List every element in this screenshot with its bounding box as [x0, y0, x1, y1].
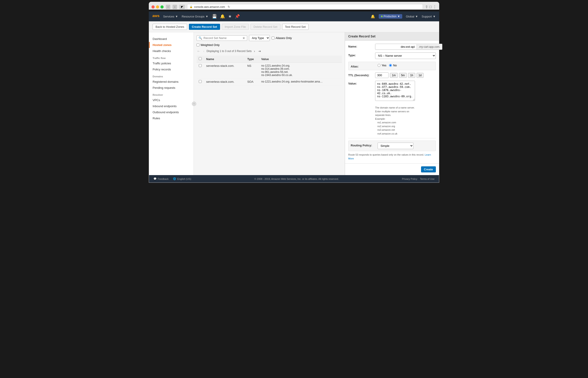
sidebar-item-inbound-endpoints[interactable]: Inbound endpoints — [149, 103, 194, 109]
weighted-only-checkbox[interactable]: Weighted Only — [196, 43, 220, 47]
notification-icon[interactable]: 🔔 — [371, 14, 375, 19]
new-tab-button[interactable]: □ — [429, 5, 431, 9]
row-type-2: SOA — [245, 79, 259, 85]
prev-page-button[interactable]: ‹ — [202, 49, 205, 53]
search-input[interactable] — [203, 36, 241, 40]
sidebar-collapse-button[interactable]: ‹ — [192, 102, 196, 106]
last-page-button[interactable]: ⇥ — [257, 49, 262, 53]
star-icon[interactable]: ★ — [228, 14, 232, 19]
filter-bar: 🔍 ✕ Any Type Aliases Only — [196, 35, 342, 41]
records-table: Name Type Value serverless-stack.com. NS — [196, 56, 342, 85]
environment-selector[interactable]: Production ▼ — [379, 14, 402, 19]
aliases-only-input[interactable] — [272, 37, 274, 40]
weighted-only-input[interactable] — [196, 43, 199, 46]
maximize-button[interactable] — [160, 5, 164, 9]
aws-nav: aws Services ▼ Resource Groups ▼ 💾 🔔 ★ 📌… — [149, 12, 439, 21]
alias-yes-radio[interactable] — [378, 64, 380, 67]
feedback-button[interactable]: 💬 Feedback — [154, 177, 169, 180]
url-text: console.aws.amazon.com — [194, 5, 225, 9]
type-filter-select[interactable]: Any Type — [249, 35, 270, 41]
sidebar-item-registered-domains[interactable]: Registered domains — [149, 79, 194, 85]
name-input[interactable] — [375, 44, 417, 50]
ttl-5m-button[interactable]: 5m — [399, 73, 407, 78]
back-to-hosted-zones-button[interactable]: Back to Hosted Zones — [153, 24, 187, 30]
services-menu[interactable]: Services ▼ — [163, 15, 178, 18]
menu-button[interactable]: ⋮ — [433, 5, 436, 9]
value-hint: The domain name of a name server. Enter … — [375, 106, 415, 135]
share-button[interactable]: ⇧ — [425, 5, 428, 9]
search-icon: 🔍 — [198, 36, 202, 40]
row-value-2: ns-1221.awsdns-24.org. awsdns-hostmaster… — [259, 79, 342, 85]
sidebar-item-hosted-zones[interactable]: Hosted zones — [149, 42, 194, 48]
forward-nav-button[interactable]: › — [172, 5, 177, 9]
aliases-only-checkbox[interactable]: Aliases Only — [272, 36, 292, 40]
row-checkbox-2[interactable] — [199, 80, 202, 83]
minimize-button[interactable] — [156, 5, 159, 9]
ttl-1h-button[interactable]: 1h — [408, 73, 415, 78]
value-textarea[interactable]: ns-849.awsdns-42.net. ns-477.awsdns-59.c… — [375, 81, 415, 101]
resource-groups-menu[interactable]: Resource Groups ▼ — [182, 15, 209, 18]
sidebar-item-outbound-endpoints[interactable]: Outbound endpoints — [149, 109, 194, 115]
ttl-field-row: TTL (Seconds): 1m 5m 1h 1d — [348, 72, 436, 78]
create-record-set-panel: Create Record Set Name: .my-cart-app.com… — [345, 32, 439, 175]
env-status-dot — [381, 15, 383, 17]
next-page-button[interactable]: › — [253, 49, 256, 53]
create-record-set-button[interactable]: Create Record Set — [189, 24, 220, 30]
terms-link[interactable]: Terms of Use — [420, 177, 434, 180]
global-menu[interactable]: Global ▼ — [406, 15, 418, 18]
support-menu[interactable]: Support ▼ — [422, 15, 436, 18]
alias-options: Yes No — [378, 64, 433, 67]
sidebar-item-rules[interactable]: Rules — [149, 115, 194, 121]
alias-no-radio[interactable] — [389, 64, 392, 67]
col-type: Type — [245, 56, 259, 63]
bell-icon[interactable]: 🔔 — [220, 14, 225, 19]
row-checkbox-1[interactable] — [199, 64, 202, 67]
table-row[interactable]: serverless-stack.com. SOA ns-1221.awsdns… — [196, 79, 342, 85]
pagination-text: Displaying 1 to 3 out of 3 Record Sets — [207, 50, 252, 53]
sidebar-item-traffic-policies[interactable]: Traffic policies — [149, 60, 194, 66]
row-value-1: ns-1221.awsdns-24.org. ns-314.awsdns-39.… — [259, 63, 342, 79]
table-row[interactable]: serverless-stack.com. NS ns-1221.awsdns-… — [196, 63, 342, 79]
search-box[interactable]: 🔍 ✕ — [196, 35, 247, 41]
first-page-button[interactable]: ⇤ — [196, 49, 201, 53]
language-selector[interactable]: 🌐 English (US) — [173, 177, 191, 180]
name-field-row: Name: .my-cart-app.com. — [348, 44, 436, 50]
type-dropdown[interactable]: NS – Name server — [375, 53, 436, 59]
value-label: Value: — [348, 81, 373, 102]
routing-select-container: Simple — [378, 143, 433, 149]
privacy-link[interactable]: Privacy Policy — [402, 177, 417, 180]
value-field-row: Value: ns-849.awsdns-42.net. ns-477.awsd… — [348, 81, 436, 135]
name-suffix: .my-cart-app.com. — [417, 44, 442, 50]
routing-select[interactable]: Simple — [378, 143, 413, 149]
select-all-checkbox[interactable] — [199, 57, 202, 60]
reload-button[interactable]: ↻ — [228, 5, 230, 9]
test-record-set-button[interactable]: Test Record Set — [282, 24, 309, 30]
sidebar-section-traffic: Traffic flow — [149, 54, 194, 60]
pin-icon[interactable]: 📌 — [235, 14, 240, 19]
tab-view-button[interactable]: ◤ — [179, 5, 185, 9]
ttl-1m-button[interactable]: 1m — [390, 73, 398, 78]
name-input-container: .my-cart-app.com. — [375, 44, 442, 50]
page-footer: 💬 Feedback 🌐 English (US) © 2008 - 2019,… — [149, 175, 439, 183]
alias-yes-option[interactable]: Yes — [378, 64, 386, 67]
divider — [348, 138, 436, 138]
ttl-input[interactable] — [375, 72, 389, 78]
ttl-1d-button[interactable]: 1d — [417, 73, 423, 78]
routing-field-row: Routing Policy: Simple — [348, 141, 436, 151]
value-input-container: ns-849.awsdns-42.net. ns-477.awsdns-59.c… — [375, 81, 415, 102]
create-button[interactable]: Create — [421, 166, 436, 172]
search-clear-icon[interactable]: ✕ — [242, 36, 245, 40]
sidebar-item-pending-requests[interactable]: Pending requests — [149, 85, 194, 91]
alias-no-option[interactable]: No — [389, 64, 397, 67]
sidebar-item-vpcs[interactable]: VPCs — [149, 97, 194, 103]
back-nav-button[interactable]: ‹ — [166, 5, 170, 9]
lock-icon: 🔒 — [190, 5, 193, 8]
database-icon[interactable]: 💾 — [212, 14, 217, 19]
delete-record-set-button: Delete Record Set — [250, 24, 280, 30]
close-button[interactable] — [152, 5, 155, 9]
address-bar[interactable]: 🔒 console.aws.amazon.com ↻ — [187, 4, 423, 10]
sidebar-item-policy-records[interactable]: Policy records — [149, 66, 194, 72]
sidebar-item-health-checks[interactable]: Health checks — [149, 48, 194, 54]
sidebar-item-dashboard[interactable]: Dashboard — [149, 36, 194, 42]
env-chevron-icon: ▼ — [397, 15, 400, 18]
